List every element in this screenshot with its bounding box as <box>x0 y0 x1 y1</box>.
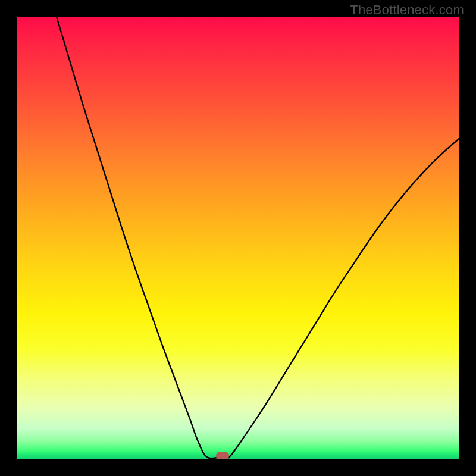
watermark-text: TheBottleneck.com <box>350 2 464 18</box>
optimal-point-marker <box>216 452 229 459</box>
chart-frame: TheBottleneck.com <box>0 0 476 476</box>
plot-area <box>17 17 459 459</box>
bottleneck-curve <box>17 17 459 459</box>
